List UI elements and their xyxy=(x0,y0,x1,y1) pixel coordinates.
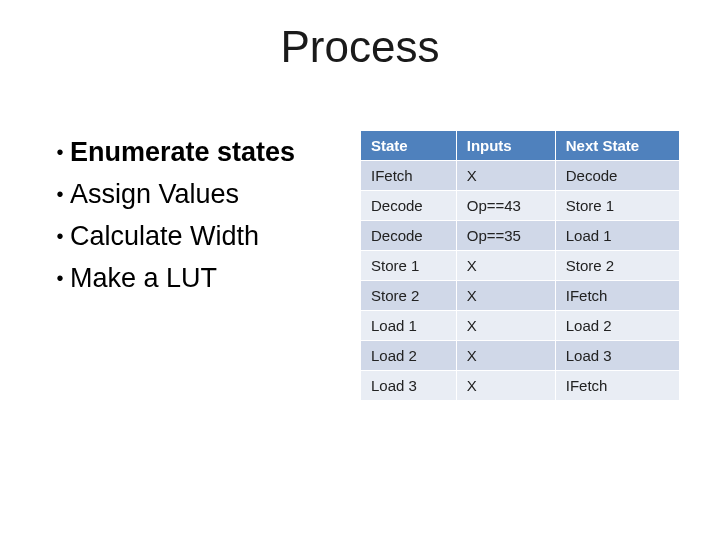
bullet-text: Calculate Width xyxy=(70,218,259,254)
bullet-text: Assign Values xyxy=(70,176,239,212)
cell-state: Decode xyxy=(361,191,457,221)
bullet-text: Make a LUT xyxy=(70,260,217,296)
table-row: Decode Op==35 Load 1 xyxy=(361,221,680,251)
bullet-list: • Enumerate states • Assign Values • Cal… xyxy=(50,130,360,401)
cell-inputs: X xyxy=(456,281,555,311)
cell-state: Store 1 xyxy=(361,251,457,281)
col-state: State xyxy=(361,131,457,161)
cell-state: Load 2 xyxy=(361,341,457,371)
bullet-icon: • xyxy=(50,176,70,212)
cell-inputs: Op==43 xyxy=(456,191,555,221)
table-row: Store 1 X Store 2 xyxy=(361,251,680,281)
cell-next: Store 2 xyxy=(555,251,679,281)
slide-title: Process xyxy=(0,22,720,72)
state-table-wrap: State Inputs Next State IFetch X Decode … xyxy=(360,130,690,401)
cell-inputs: X xyxy=(456,341,555,371)
content-area: • Enumerate states • Assign Values • Cal… xyxy=(50,130,690,401)
cell-state: Store 2 xyxy=(361,281,457,311)
col-next-state: Next State xyxy=(555,131,679,161)
bullet-icon: • xyxy=(50,260,70,296)
cell-next: Store 1 xyxy=(555,191,679,221)
bullet-icon: • xyxy=(50,134,70,170)
cell-state: Decode xyxy=(361,221,457,251)
table-row: Load 2 X Load 3 xyxy=(361,341,680,371)
bullet-item: • Assign Values xyxy=(50,176,360,212)
table-row: IFetch X Decode xyxy=(361,161,680,191)
cell-next: IFetch xyxy=(555,371,679,401)
table-row: Decode Op==43 Store 1 xyxy=(361,191,680,221)
cell-next: Load 3 xyxy=(555,341,679,371)
state-table: State Inputs Next State IFetch X Decode … xyxy=(360,130,680,401)
cell-next: Decode xyxy=(555,161,679,191)
table-row: Load 1 X Load 2 xyxy=(361,311,680,341)
cell-inputs: X xyxy=(456,371,555,401)
bullet-icon: • xyxy=(50,218,70,254)
table-row: Store 2 X IFetch xyxy=(361,281,680,311)
bullet-text: Enumerate states xyxy=(70,134,295,170)
cell-inputs: X xyxy=(456,251,555,281)
cell-next: IFetch xyxy=(555,281,679,311)
cell-state: IFetch xyxy=(361,161,457,191)
slide: Process • Enumerate states • Assign Valu… xyxy=(0,0,720,540)
bullet-item: • Calculate Width xyxy=(50,218,360,254)
table-row: Load 3 X IFetch xyxy=(361,371,680,401)
cell-next: Load 2 xyxy=(555,311,679,341)
bullet-item: • Make a LUT xyxy=(50,260,360,296)
cell-inputs: X xyxy=(456,311,555,341)
cell-inputs: X xyxy=(456,161,555,191)
col-inputs: Inputs xyxy=(456,131,555,161)
cell-state: Load 1 xyxy=(361,311,457,341)
cell-next: Load 1 xyxy=(555,221,679,251)
cell-state: Load 3 xyxy=(361,371,457,401)
table-header-row: State Inputs Next State xyxy=(361,131,680,161)
cell-inputs: Op==35 xyxy=(456,221,555,251)
bullet-item: • Enumerate states xyxy=(50,134,360,170)
